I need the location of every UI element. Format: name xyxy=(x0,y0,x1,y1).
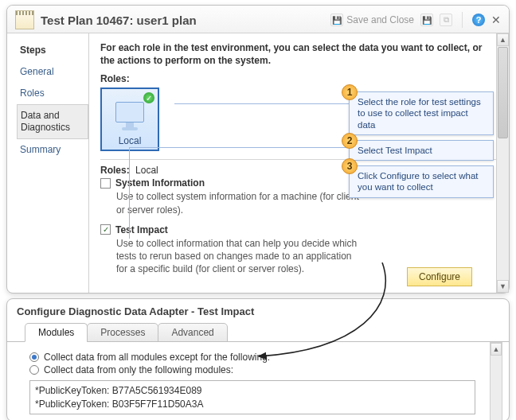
configure-button[interactable]: Configure xyxy=(407,267,472,286)
copy-icon[interactable]: ⧉ xyxy=(440,14,452,26)
save-icon-2[interactable]: 💾 xyxy=(420,14,433,26)
checkbox-test-impact[interactable]: ✓ xyxy=(100,224,111,235)
body-area: Steps General Roles Data and Diagnostics… xyxy=(7,33,509,293)
page-title: Test Plan 10467: user1 plan xyxy=(41,14,330,27)
callout-text: Click Configure to select what you want … xyxy=(350,166,493,197)
titlebar: Test Plan 10467: user1 plan 💾 Save and C… xyxy=(7,6,509,33)
scroll-down-arrow[interactable]: ▼ xyxy=(497,280,509,293)
token-line: *PublicKeyToken: B03F5F7F11D50A3A xyxy=(35,398,470,410)
callout-badge: 3 xyxy=(342,158,358,174)
sidebar-heading: Steps xyxy=(17,40,88,61)
radio-icon xyxy=(29,352,39,362)
radio-icon xyxy=(29,365,39,375)
sidebar-item-roles[interactable]: Roles xyxy=(17,83,88,104)
callout-3: 3 Click Configure to select what you wan… xyxy=(349,165,494,198)
content-area: For each role in the test environment, y… xyxy=(88,33,509,293)
configure-adapter-panel: Configure Diagnostic Data Adapter - Test… xyxy=(6,298,510,420)
callout-text: Select Test Impact xyxy=(350,141,439,160)
separator xyxy=(462,12,463,28)
adapter-desc: Use to collect system information for a … xyxy=(116,190,360,216)
radio-only-modules[interactable]: Collect data from only the following mod… xyxy=(29,364,498,375)
vertical-scrollbar[interactable]: ▲ ▼ xyxy=(496,33,509,293)
scroll-up-arrow[interactable]: ▲ xyxy=(491,343,502,356)
sidebar-item-general[interactable]: General xyxy=(17,61,88,83)
titlebar-actions: 💾 Save and Close 💾 ⧉ ? ✕ xyxy=(330,12,501,28)
roles-label: Roles: xyxy=(100,73,498,84)
callout-badge: 1 xyxy=(342,84,358,100)
tab-advanced[interactable]: Advanced xyxy=(158,323,227,342)
tab-modules[interactable]: Modules xyxy=(25,323,88,342)
save-icon: 💾 xyxy=(330,14,343,26)
close-icon[interactable]: ✕ xyxy=(491,14,501,26)
panel2-title: Configure Diagnostic Data Adapter - Test… xyxy=(7,299,509,319)
radio-label: Collect data from all modules except for… xyxy=(44,352,270,363)
scroll-up-arrow[interactable]: ▲ xyxy=(497,33,509,46)
callout-1: 1 Select the role for test settings to u… xyxy=(349,91,494,135)
steps-sidebar: Steps General Roles Data and Diagnostics… xyxy=(7,33,88,293)
adapter-desc: Use to collect information that can help… xyxy=(116,237,360,276)
callout-2: 2 Select Test Impact xyxy=(349,140,494,161)
callout-lead-2 xyxy=(129,147,349,148)
save-and-close-label: Save and Close xyxy=(346,14,414,25)
token-line: *PublicKeyToken: B77A5C561934E089 xyxy=(35,384,470,397)
tabs: Modules Processes Advanced xyxy=(7,319,509,342)
callout-badge: 2 xyxy=(342,133,358,149)
intro-text: For each role in the test environment, y… xyxy=(100,41,498,67)
role-tile-caption: Local xyxy=(119,135,142,146)
adapter-name: Test Impact xyxy=(115,224,168,235)
sidebar-item-data-diagnostics[interactable]: Data and Diagnostics xyxy=(17,104,88,139)
panel2-scrollbar[interactable]: ▲ xyxy=(490,342,502,420)
checkbox-system-information[interactable] xyxy=(100,178,111,189)
save-and-close-button[interactable]: 💾 Save and Close xyxy=(330,14,414,26)
monitor-icon xyxy=(115,102,144,122)
modules-textbox[interactable]: *PublicKeyToken: B77A5C561934E089 *Publi… xyxy=(29,380,475,414)
radio-label: Collect data from only the following mod… xyxy=(44,364,233,375)
help-icon[interactable]: ? xyxy=(472,14,485,26)
notepad-icon xyxy=(15,10,34,29)
callout-text: Select the role for test settings to use… xyxy=(350,92,493,134)
tab-processes[interactable]: Processes xyxy=(87,323,158,342)
radio-all-modules[interactable]: Collect data from all modules except for… xyxy=(29,352,498,363)
callout-lead-1 xyxy=(174,103,349,104)
selected-role-value: Local xyxy=(135,165,158,176)
callout-lead-2v xyxy=(129,147,130,239)
check-icon: ✓ xyxy=(143,92,154,103)
selected-role-label: Roles: xyxy=(100,165,130,176)
scroll-thumb[interactable] xyxy=(498,47,508,138)
configure-label: Configure xyxy=(419,271,460,282)
sidebar-item-summary[interactable]: Summary xyxy=(17,139,88,161)
panel2-body: Collect data from all modules except for… xyxy=(7,342,509,420)
role-tile-local[interactable]: ✓ Local xyxy=(100,88,159,151)
